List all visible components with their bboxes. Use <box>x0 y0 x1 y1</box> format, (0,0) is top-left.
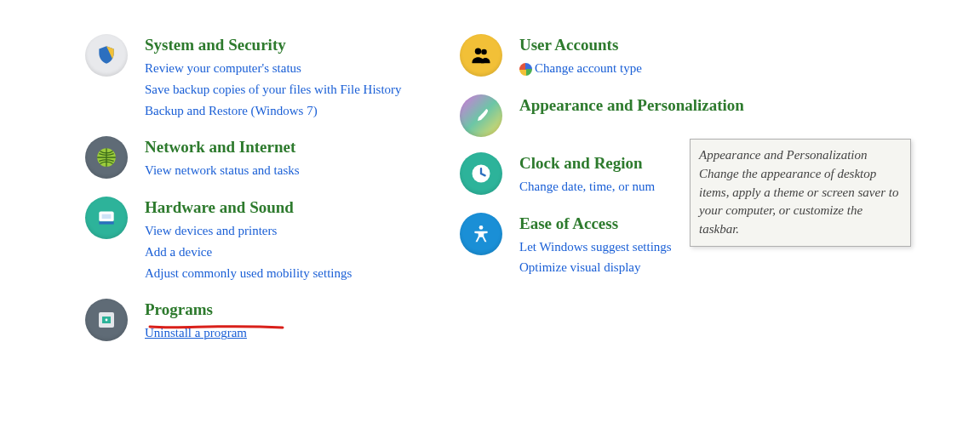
category-link[interactable]: Review your computer's status <box>145 58 402 79</box>
category-link[interactable]: Optimize visual display <box>519 257 672 278</box>
category-link[interactable]: Change account type <box>535 61 642 75</box>
svg-point-10 <box>479 225 484 230</box>
category-link[interactable]: Let Windows suggest settings <box>519 237 672 258</box>
category-title[interactable]: Appearance and Personalization <box>519 96 744 115</box>
category-link[interactable]: View devices and printers <box>145 220 352 242</box>
annotation-underline <box>148 323 284 332</box>
category-link[interactable]: Backup and Restore (Windows 7) <box>145 100 402 122</box>
category-programs: Programs Uninstall a program <box>85 299 451 344</box>
hardware-sound-icon <box>85 197 128 239</box>
category-link[interactable]: Change date, time, or num <box>519 176 655 197</box>
tooltip-title: Appearance and Personalization <box>699 146 902 165</box>
svg-point-7 <box>475 48 481 54</box>
appearance-icon <box>460 94 502 137</box>
tooltip: Appearance and Personalization Change th… <box>690 139 911 247</box>
category-appearance: Appearance and Personalization <box>460 94 826 137</box>
svg-rect-3 <box>102 214 112 219</box>
category-title[interactable]: System and Security <box>145 36 402 54</box>
svg-point-6 <box>106 319 108 322</box>
category-title[interactable]: Programs <box>145 300 247 319</box>
category-title[interactable]: Ease of Access <box>519 214 672 233</box>
category-title[interactable]: Network and Internet <box>145 138 300 157</box>
clock-region-icon <box>460 152 502 195</box>
uac-shield-icon <box>519 63 532 76</box>
svg-point-8 <box>481 49 487 55</box>
system-security-icon <box>85 34 128 77</box>
category-link[interactable]: View network status and tasks <box>145 160 300 181</box>
ease-of-access-icon <box>460 213 502 255</box>
network-internet-icon <box>85 136 128 179</box>
category-user-accounts: User Accounts Change account type <box>460 34 826 79</box>
category-hardware-and-sound: Hardware and Sound View devices and prin… <box>85 197 451 283</box>
category-system-and-security: System and Security Review your computer… <box>85 34 451 121</box>
user-accounts-icon <box>460 34 502 77</box>
category-title[interactable]: Hardware and Sound <box>145 198 352 217</box>
svg-rect-2 <box>99 221 113 224</box>
category-link[interactable]: Adjust commonly used mobility settings <box>145 263 352 284</box>
category-link[interactable]: Add a device <box>145 242 352 263</box>
category-title[interactable]: User Accounts <box>519 36 642 54</box>
category-title[interactable]: Clock and Region <box>519 154 655 173</box>
category-network-and-internet: Network and Internet View network status… <box>85 136 451 181</box>
category-link[interactable]: Save backup copies of your files with Fi… <box>145 79 402 100</box>
tooltip-body: Change the appearance of desktop items, … <box>699 167 898 236</box>
left-column: System and Security Review your computer… <box>85 34 451 359</box>
programs-icon <box>85 299 128 341</box>
